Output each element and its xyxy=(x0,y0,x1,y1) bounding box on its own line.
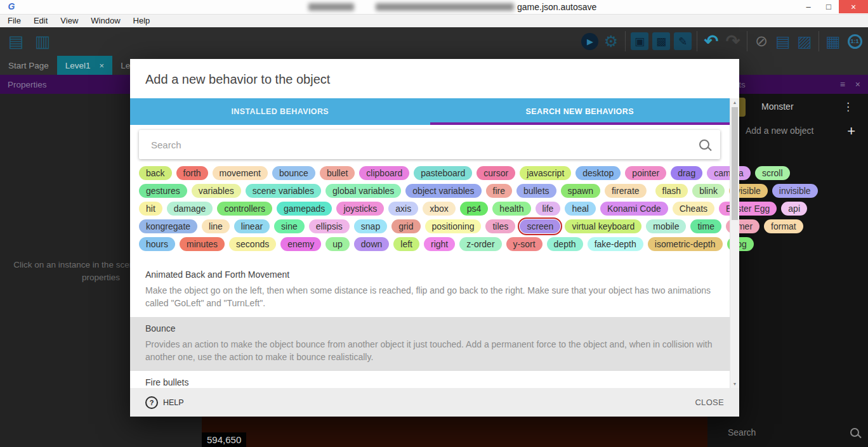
instances-list-icon[interactable]: ▤ xyxy=(772,30,794,52)
tab-level1[interactable]: Level1× xyxy=(57,56,112,75)
tag-scene-variables[interactable]: scene variables xyxy=(246,184,321,198)
zoom-ratio-icon[interactable]: 1:1 xyxy=(844,30,865,52)
tag-drag[interactable]: drag xyxy=(671,166,702,180)
close-button[interactable]: × xyxy=(839,0,868,13)
tag-pointer[interactable]: pointer xyxy=(625,166,666,180)
tag-damage[interactable]: damage xyxy=(167,202,213,216)
menu-help[interactable]: Help xyxy=(127,15,157,27)
tag-health[interactable]: health xyxy=(492,202,530,216)
behavior-search-input[interactable] xyxy=(150,139,699,151)
tab-start-page[interactable]: Start Page xyxy=(0,56,57,75)
tag-screen[interactable]: screen xyxy=(520,219,560,233)
tag-bullets[interactable]: bullets xyxy=(516,184,556,198)
tag-bullet[interactable]: bullet xyxy=(320,166,355,180)
tag-linear[interactable]: linear xyxy=(234,219,270,233)
tag-line[interactable]: line xyxy=(202,219,230,233)
tag-format[interactable]: format xyxy=(764,219,803,233)
tag-back[interactable]: back xyxy=(139,166,172,180)
tag-joysticks[interactable]: joysticks xyxy=(336,202,384,216)
tag-mobile[interactable]: mobile xyxy=(646,219,686,233)
tag-controllers[interactable]: controllers xyxy=(217,202,272,216)
tag-life[interactable]: life xyxy=(536,202,561,216)
tag-scroll[interactable]: scroll xyxy=(755,166,790,180)
tag-down[interactable]: down xyxy=(354,237,389,251)
tag-flash[interactable]: flash xyxy=(655,184,688,198)
dialog-scrollbar[interactable]: ▲ ▼ xyxy=(730,98,739,388)
menu-edit[interactable]: Edit xyxy=(27,15,54,27)
tag-camera[interactable]: camera xyxy=(707,166,751,180)
tag-positioning[interactable]: positioning xyxy=(425,219,482,233)
minimize-button[interactable]: – xyxy=(798,0,819,13)
tag-global-variables[interactable]: global variables xyxy=(326,184,401,198)
tag-cursor[interactable]: cursor xyxy=(477,166,515,180)
tag-enemy[interactable]: enemy xyxy=(280,237,321,251)
tag-depth[interactable]: depth xyxy=(547,237,583,251)
menu-window[interactable]: Window xyxy=(84,15,126,27)
tag-heal[interactable]: heal xyxy=(565,202,595,216)
tag-konami-code[interactable]: Konami Code xyxy=(600,202,668,216)
scrollbar-thumb[interactable] xyxy=(732,107,738,220)
tag-pasteboard[interactable]: pasteboard xyxy=(414,166,472,180)
tag-minutes[interactable]: minutes xyxy=(180,237,225,251)
tab-close-icon[interactable]: × xyxy=(100,61,105,70)
tag-desktop[interactable]: desktop xyxy=(575,166,621,180)
instances-icon[interactable]: ▩ xyxy=(650,30,672,52)
tag-spawn[interactable]: spawn xyxy=(561,184,600,198)
tag-tiles[interactable]: tiles xyxy=(485,219,515,233)
undo-icon[interactable]: ↶ xyxy=(700,30,722,52)
dialog-tab-installed-behaviors[interactable]: INSTALLED BEHAVIORS xyxy=(130,98,430,125)
close-dialog-button[interactable]: CLOSE xyxy=(695,398,724,407)
tag-ellipsis[interactable]: ellipsis xyxy=(309,219,350,233)
tag-axis[interactable]: axis xyxy=(388,202,418,216)
mask-icon[interactable]: ⊘ xyxy=(751,30,772,52)
tag-variables[interactable]: variables xyxy=(192,184,241,198)
tag-z-order[interactable]: z-order xyxy=(459,237,501,251)
tag-grid[interactable]: grid xyxy=(391,219,420,233)
tag-xbox[interactable]: xbox xyxy=(423,202,456,216)
tag-gestures[interactable]: gestures xyxy=(139,184,187,198)
scroll-down-icon[interactable]: ▼ xyxy=(730,382,739,386)
tag-virtual-keyboard[interactable]: virtual keyboard xyxy=(565,219,641,233)
filter-icon[interactable]: ≡ xyxy=(840,79,845,89)
help-button[interactable]: ? HELP xyxy=(145,396,184,409)
tag-y-sort[interactable]: y-sort xyxy=(506,237,542,251)
tag-hours[interactable]: hours xyxy=(139,237,175,251)
tag-firerate[interactable]: firerate xyxy=(605,184,647,198)
tag-gamepads[interactable]: gamepads xyxy=(277,202,332,216)
redo-icon[interactable]: ↷ xyxy=(722,30,744,52)
add-object-icon[interactable]: + xyxy=(847,123,855,139)
edit-scene-icon[interactable]: ✎ xyxy=(672,30,694,52)
play-icon[interactable]: ▶ xyxy=(579,30,600,52)
behavior-item-bounce[interactable]: BounceProvides an action to make the obj… xyxy=(130,317,730,371)
tag-right[interactable]: right xyxy=(424,237,455,251)
start-page-icon[interactable]: ▥ xyxy=(32,30,53,52)
tag-javascript[interactable]: javascript xyxy=(520,166,571,180)
tag-movement[interactable]: movement xyxy=(213,166,268,180)
project-manager-icon[interactable]: ▤ xyxy=(5,30,27,52)
dialog-tab-search-new-behaviors[interactable]: SEARCH NEW BEHAVIORS xyxy=(430,98,730,125)
tag-clipboard[interactable]: clipboard xyxy=(359,166,409,180)
tag-object-variables[interactable]: object variables xyxy=(405,184,481,198)
tag-easter-egg[interactable]: Easter Egg xyxy=(719,202,777,216)
behavior-item-fire-bullets[interactable]: Fire bulletsAllow the object to fire bul… xyxy=(130,371,730,388)
tag-bounce[interactable]: bounce xyxy=(272,166,315,180)
debug-icon[interactable]: ⚙ xyxy=(600,30,622,52)
tag-api[interactable]: api xyxy=(781,202,807,216)
tag-time[interactable]: time xyxy=(690,219,721,233)
tag-seconds[interactable]: seconds xyxy=(229,237,276,251)
tag-blink[interactable]: blink xyxy=(692,184,725,198)
tag-kongregate[interactable]: kongregate xyxy=(139,219,197,233)
tag-invisible[interactable]: invisible xyxy=(772,184,818,198)
tag-cheats[interactable]: Cheats xyxy=(673,202,714,216)
grid-icon[interactable]: ▦ xyxy=(822,30,844,52)
scroll-up-icon[interactable]: ▲ xyxy=(730,100,739,105)
tag-forth[interactable]: forth xyxy=(176,166,208,180)
tag-snap[interactable]: snap xyxy=(354,219,387,233)
add-object-icon[interactable]: ▣ xyxy=(629,30,650,52)
maximize-button[interactable]: □ xyxy=(819,0,839,13)
object-menu-icon[interactable]: ⋮ xyxy=(843,100,854,113)
tag-isometric-depth[interactable]: isometric-depth xyxy=(648,237,723,251)
objects-search-input[interactable] xyxy=(727,427,850,438)
behavior-item-animated-back-and-forth-movement[interactable]: Animated Back and Forth MovementMake the… xyxy=(130,263,730,317)
layers-icon[interactable]: ▨ xyxy=(794,30,815,52)
